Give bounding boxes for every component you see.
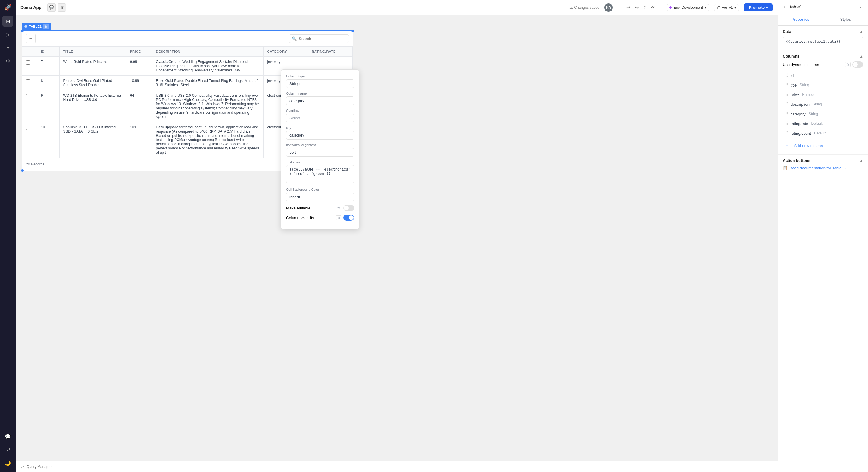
make-editable-toggle[interactable] (343, 205, 354, 211)
column-item[interactable]: ⠿ description String (783, 100, 863, 108)
make-editable-field: Make editable fx (286, 205, 354, 211)
row-checkbox[interactable] (26, 79, 30, 84)
sidebar-components-icon[interactable]: ▷ (2, 29, 13, 40)
column-item[interactable]: ⠿ category String (783, 110, 863, 118)
undo-icon[interactable]: ↩ (625, 4, 631, 11)
column-name-input[interactable] (286, 96, 354, 105)
action-buttons-header[interactable]: Action buttons ▲ (783, 158, 863, 163)
column-type-label: Column type (286, 74, 354, 78)
row-title: Pierced Owl Rose Gold Plated Stainless S… (59, 76, 126, 90)
row-description: Classic Created Wedding Engagement Solit… (152, 57, 264, 76)
cloud-icon: ☁ (569, 5, 573, 10)
resize-handle-tr[interactable] (351, 30, 354, 32)
data-section-header[interactable]: Data ▲ (783, 29, 863, 34)
share-icon[interactable]: ⤴ (643, 4, 647, 11)
app-title: Demo App (21, 5, 41, 10)
row-id: 9 (37, 90, 59, 122)
sidebar-comment-icon[interactable]: 🗨 (2, 444, 13, 455)
changes-saved-indicator: ☁ Changes saved (569, 5, 599, 10)
overflow-label: Overflow (286, 109, 354, 113)
bottom-bar[interactable]: ↗ Query Manager (16, 461, 778, 472)
resize-handle-tl[interactable] (21, 30, 24, 32)
col-header-id[interactable]: ID (37, 47, 59, 57)
search-icon: 🔍 (292, 36, 297, 41)
row-checkbox[interactable] (26, 126, 30, 130)
row-description: USB 3.0 and USB 2.0 Compatibility Fast d… (152, 90, 264, 122)
columns-section: Columns ▲ Use dynamic column fx ⠿ id ⠿ t… (778, 50, 868, 154)
trash-icon-btn[interactable]: 🗑 (58, 3, 66, 12)
search-input[interactable] (289, 34, 349, 43)
tab-properties[interactable]: Properties (778, 14, 823, 25)
chat-icon-btn[interactable]: 💬 (47, 3, 56, 12)
cell-bg-color-input[interactable] (286, 193, 354, 201)
make-editable-row: Make editable fx (286, 205, 354, 211)
filter-button[interactable] (26, 34, 36, 43)
ver-label: 🏷 (717, 5, 720, 10)
col-item-name: description (790, 102, 809, 107)
column-item[interactable]: ⠿ rating.rate Default (783, 119, 863, 128)
back-button[interactable]: ← (783, 4, 787, 10)
row-id: 8 (37, 76, 59, 90)
col-header-category[interactable]: CATEGORY (264, 47, 308, 57)
cell-bg-color-field: Cell Background Color (286, 188, 354, 201)
topbar-divider2 (661, 4, 662, 11)
col-header-rating-rate[interactable]: RATING.RATE (308, 47, 352, 57)
column-type-input[interactable] (286, 79, 354, 88)
more-options-button[interactable]: ⋮ (858, 4, 863, 10)
add-new-column-button[interactable]: ＋ + Add new column (783, 140, 863, 151)
overflow-select[interactable]: Select... (286, 114, 354, 122)
widget-delete-button[interactable]: 🗑 (43, 24, 49, 29)
version-selector[interactable]: 🏷 ver v1 ▾ (714, 4, 739, 11)
drag-handle-icon: ⠿ (785, 121, 788, 126)
dynamic-col-toggle[interactable] (852, 62, 863, 67)
col-header-description[interactable]: DESCRIPTION (152, 47, 264, 57)
redo-icon[interactable]: ↪ (634, 4, 640, 11)
widget-settings-icon: ⚙ (24, 25, 27, 29)
row-checkbox[interactable] (26, 94, 30, 98)
columns-section-header[interactable]: Columns ▲ (783, 54, 863, 59)
horizontal-alignment-input[interactable] (286, 148, 354, 157)
row-checkbox-cell (22, 122, 37, 158)
row-title: WD 2TB Elements Portable External Hard D… (59, 90, 126, 122)
tab-styles[interactable]: Styles (823, 14, 868, 25)
sidebar-settings-icon[interactable]: ⚙ (2, 56, 13, 66)
fx-label-dynamic: fx (845, 62, 850, 67)
col-item-name: title (790, 83, 797, 87)
key-field: key (286, 126, 354, 139)
sidebar-moon-icon[interactable]: 🌙 (2, 458, 13, 468)
row-checkbox[interactable] (26, 60, 30, 64)
canvas-area: ⚙ TABLE1 🗑 🔍 (16, 15, 778, 461)
right-panel: ← table1 ⋮ Properties Styles Data ▲ Colu… (778, 0, 868, 472)
promote-button[interactable]: Promote » (744, 3, 773, 11)
column-item[interactable]: ⠿ id (783, 71, 863, 80)
col-item-type: Default (814, 131, 826, 135)
drag-handle-icon: ⠿ (785, 131, 788, 136)
sidebar-star-icon[interactable]: ✦ (2, 42, 13, 53)
topbar-history-actions: ↩ ↪ ⤴ 👁 (625, 4, 657, 11)
column-item[interactable]: ⠿ rating.count Default (783, 129, 863, 137)
column-type-field: Column type (286, 74, 354, 88)
col-header-title[interactable]: TITLE (59, 47, 126, 57)
action-buttons-collapse-icon: ▲ (860, 159, 863, 163)
column-item[interactable]: ⠿ title String (783, 81, 863, 89)
app-logo: 🚀 (4, 4, 12, 11)
doc-link[interactable]: 📋 Read documentation for Table → (783, 166, 863, 170)
drag-handle-icon: ⠿ (785, 83, 788, 87)
row-description: Rose Gold Plated Double Flared Tunnel Pl… (152, 76, 264, 90)
column-name-label: Column name (286, 92, 354, 95)
text-color-input[interactable]: {{cellValue == 'electronics' ? 'red' : '… (286, 165, 354, 183)
sidebar-chat-icon[interactable]: 💬 (2, 431, 13, 442)
row-title: White Gold Plated Princess (59, 57, 126, 76)
column-item[interactable]: ⠿ price Number (783, 90, 863, 99)
doc-link-icon: 📋 (783, 166, 787, 170)
data-source-input[interactable] (783, 37, 863, 46)
sidebar-pages-icon[interactable]: ⊞ (2, 16, 13, 27)
preview-icon[interactable]: 👁 (650, 4, 657, 11)
key-input[interactable] (286, 131, 354, 139)
resize-handle-bl[interactable] (21, 169, 24, 172)
col-header-price[interactable]: PRICE (126, 47, 152, 57)
column-visibility-toggle[interactable] (343, 215, 354, 221)
ver-chevron-icon: ▾ (735, 5, 736, 10)
env-selector[interactable]: Env Development ▾ (667, 4, 709, 11)
overflow-field: Overflow Select... (286, 109, 354, 122)
